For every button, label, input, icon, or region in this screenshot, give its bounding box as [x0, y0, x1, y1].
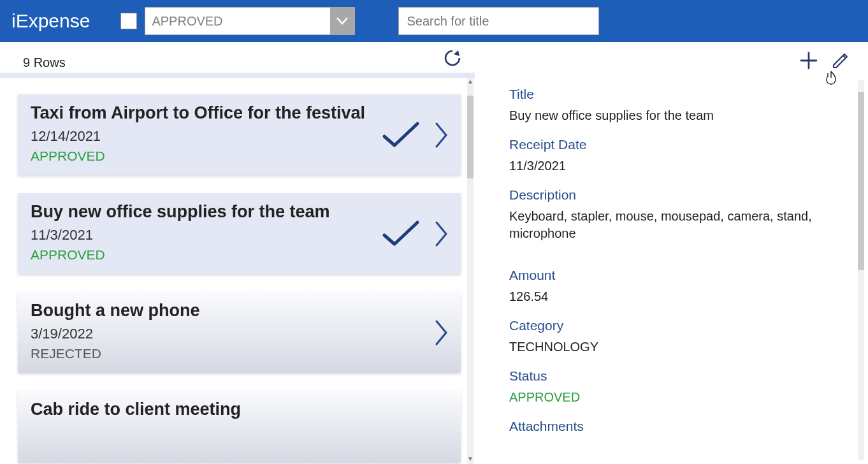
field-label-attachments: Attachments [509, 419, 825, 434]
list-item-date: 3/19/2022 [31, 326, 448, 342]
check-icon [382, 121, 420, 149]
row-count: 9 Rows [23, 55, 66, 70]
topbar: iExpense APPROVED [0, 0, 868, 42]
field-label-receipt-date: Receipt Date [509, 137, 825, 152]
list-item-title: Bought a new phone [31, 301, 448, 321]
list-item-status: APPROVED [31, 247, 448, 263]
field-value-title: Buy new office supplies for the team [509, 107, 825, 124]
chevron-right-icon[interactable] [435, 320, 448, 345]
edit-button[interactable] [831, 51, 850, 70]
search-input[interactable] [398, 7, 599, 35]
field-value-description: Keyboard, stapler, mouse, mousepad, came… [509, 208, 825, 242]
list-item[interactable]: Bought a new phone 3/19/2022 REJECTED [18, 292, 461, 373]
content: 9 Rows Taxi from Airport to Office for t… [0, 42, 868, 464]
field-label-title: Title [509, 87, 825, 102]
scroll-up-icon[interactable]: ▲ [467, 78, 474, 87]
chevron-right-icon[interactable] [435, 122, 448, 148]
list-item[interactable]: Taxi from Airport to Office for the fest… [18, 94, 461, 175]
app-title: iExpense [11, 10, 90, 32]
refresh-icon [443, 48, 462, 68]
field-label-description: Description [509, 187, 825, 203]
list-item[interactable]: Buy new office supplies for the team 11/… [18, 193, 461, 274]
plus-icon [799, 51, 818, 70]
detail-body: Title Buy new office supplies for the te… [509, 87, 850, 434]
list-item-actions [382, 220, 448, 248]
status-filter-value: APPROVED [145, 8, 330, 34]
list-panel: 9 Rows Taxi from Airport to Office for t… [0, 42, 475, 464]
field-value-category: TECHNOLOGY [509, 338, 825, 356]
field-label-status: Status [509, 368, 825, 384]
list-item[interactable]: Cab ride to client meeting [18, 391, 461, 463]
status-filter-select[interactable]: APPROVED [145, 7, 355, 35]
field-value-status: APPROVED [509, 389, 825, 406]
detail-panel: Title Buy new office supplies for the te… [475, 42, 868, 464]
field-label-amount: Amount [509, 268, 825, 283]
add-button[interactable] [799, 51, 818, 70]
pencil-icon [831, 51, 850, 70]
chevron-down-icon [330, 8, 354, 34]
detail-scrollbar[interactable] [858, 80, 864, 460]
list-item-actions [435, 320, 448, 345]
list-item-actions [382, 121, 448, 149]
list-item-title: Buy new office supplies for the team [31, 202, 448, 222]
field-value-receipt-date: 11/3/2021 [509, 157, 825, 175]
list-scrollbar[interactable]: ▲ ▼ [467, 78, 474, 464]
field-value-amount: 126.54 [509, 288, 825, 305]
list-body: Taxi from Airport to Office for the fest… [0, 78, 475, 464]
chevron-right-icon[interactable] [435, 221, 448, 247]
scroll-down-icon[interactable]: ▼ [467, 455, 474, 464]
check-icon [382, 220, 420, 248]
list-item-status: APPROVED [31, 149, 448, 164]
list-item-status: REJECTED [31, 346, 448, 361]
detail-toolbar [799, 51, 850, 70]
filter-checkbox[interactable] [120, 13, 137, 29]
refresh-button[interactable] [443, 48, 462, 70]
list-item-title: Cab ride to client meeting [31, 400, 448, 419]
cursor-icon [825, 70, 837, 85]
list-item-title: Taxi from Airport to Office for the fest… [31, 103, 448, 123]
list-header: 9 Rows [0, 42, 475, 78]
field-label-category: Category [509, 318, 825, 333]
